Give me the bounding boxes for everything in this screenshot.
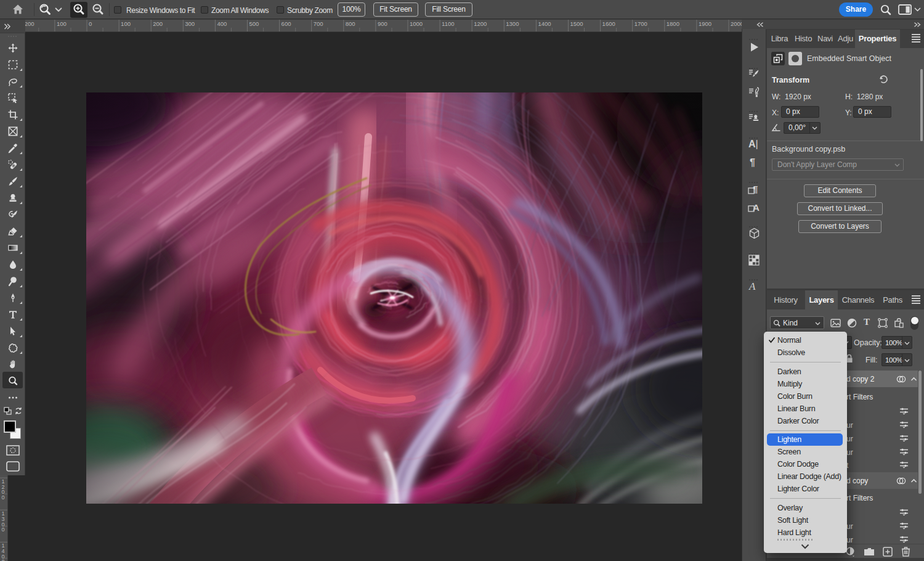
svg-text:200: 200 bbox=[25, 20, 34, 27]
svg-text:A: A bbox=[753, 202, 760, 213]
svg-text:1100: 1100 bbox=[442, 20, 454, 27]
svg-text:1900: 1900 bbox=[699, 20, 711, 27]
svg-text:900: 900 bbox=[378, 20, 387, 27]
svg-text:100: 100 bbox=[121, 20, 131, 27]
svg-text:500: 500 bbox=[249, 20, 259, 27]
svg-text:2000: 2000 bbox=[731, 20, 742, 27]
svg-text:1000: 1000 bbox=[410, 20, 423, 27]
svg-text:1800: 1800 bbox=[667, 20, 679, 27]
svg-text:600: 600 bbox=[282, 20, 291, 27]
svg-text:1200: 1200 bbox=[474, 20, 487, 27]
svg-text:400: 400 bbox=[217, 20, 227, 27]
svg-text:1400: 1400 bbox=[538, 20, 551, 27]
svg-text:¶: ¶ bbox=[753, 184, 758, 194]
svg-text:0: 0 bbox=[89, 20, 92, 27]
svg-text:0: 0 bbox=[2, 559, 5, 561]
svg-text:1700: 1700 bbox=[634, 20, 647, 27]
svg-text:800: 800 bbox=[346, 20, 355, 27]
svg-text:1600: 1600 bbox=[602, 20, 615, 27]
svg-text:1300: 1300 bbox=[506, 20, 519, 27]
svg-text:300: 300 bbox=[185, 20, 195, 27]
svg-text:0: 0 bbox=[2, 526, 5, 533]
svg-text:1500: 1500 bbox=[570, 20, 583, 27]
svg-text:100: 100 bbox=[57, 20, 67, 27]
svg-text:0: 0 bbox=[2, 494, 5, 501]
svg-text:200: 200 bbox=[153, 20, 163, 27]
svg-text:700: 700 bbox=[314, 20, 323, 27]
